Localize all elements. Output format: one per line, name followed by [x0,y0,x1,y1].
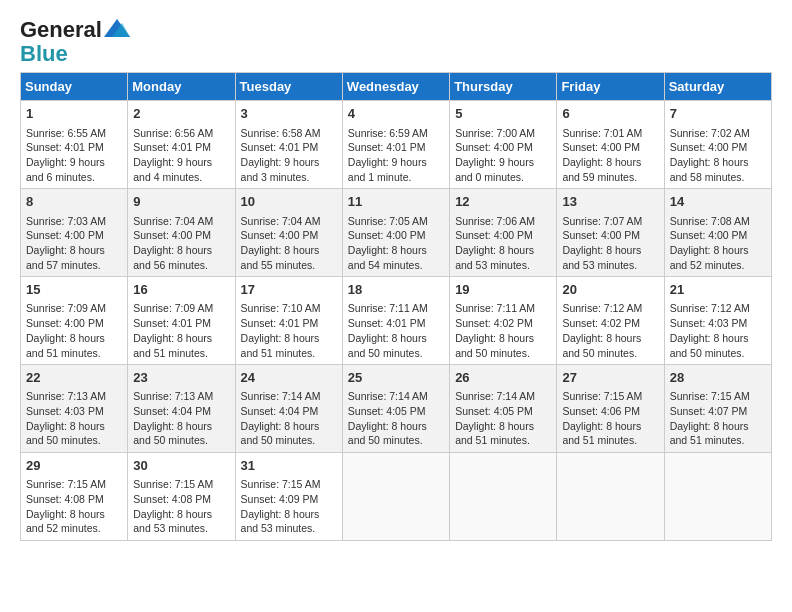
day-detail: and 57 minutes. [26,258,122,273]
logo-blue: Blue [20,42,68,66]
day-number: 6 [562,105,658,123]
day-detail: Sunset: 4:08 PM [26,492,122,507]
calendar-cell: 25Sunrise: 7:14 AMSunset: 4:05 PMDayligh… [342,365,449,453]
day-detail: Sunrise: 7:14 AM [348,389,444,404]
calendar-cell: 1Sunrise: 6:55 AMSunset: 4:01 PMDaylight… [21,101,128,189]
day-detail: Sunset: 4:00 PM [670,228,766,243]
week-row-5: 29Sunrise: 7:15 AMSunset: 4:08 PMDayligh… [21,453,772,541]
day-detail: and 50 minutes. [562,346,658,361]
day-number: 5 [455,105,551,123]
calendar-cell: 10Sunrise: 7:04 AMSunset: 4:00 PMDayligh… [235,189,342,277]
weekday-header-tuesday: Tuesday [235,73,342,101]
calendar-cell: 27Sunrise: 7:15 AMSunset: 4:06 PMDayligh… [557,365,664,453]
header: General Blue [20,18,772,66]
day-detail: and 51 minutes. [133,346,229,361]
calendar-cell: 23Sunrise: 7:13 AMSunset: 4:04 PMDayligh… [128,365,235,453]
week-row-4: 22Sunrise: 7:13 AMSunset: 4:03 PMDayligh… [21,365,772,453]
day-detail: Sunset: 4:02 PM [455,316,551,331]
calendar-cell: 11Sunrise: 7:05 AMSunset: 4:00 PMDayligh… [342,189,449,277]
calendar-cell: 9Sunrise: 7:04 AMSunset: 4:00 PMDaylight… [128,189,235,277]
day-detail: Sunset: 4:00 PM [455,228,551,243]
day-detail: and 59 minutes. [562,170,658,185]
week-row-1: 1Sunrise: 6:55 AMSunset: 4:01 PMDaylight… [21,101,772,189]
day-detail: Sunset: 4:07 PM [670,404,766,419]
calendar-cell: 7Sunrise: 7:02 AMSunset: 4:00 PMDaylight… [664,101,771,189]
day-number: 8 [26,193,122,211]
calendar-cell [664,453,771,541]
day-detail: Sunset: 4:00 PM [455,140,551,155]
calendar-cell: 20Sunrise: 7:12 AMSunset: 4:02 PMDayligh… [557,277,664,365]
day-number: 21 [670,281,766,299]
day-detail: Sunrise: 7:01 AM [562,126,658,141]
day-detail: Daylight: 8 hours [26,331,122,346]
day-detail: Daylight: 8 hours [670,331,766,346]
day-detail: Sunset: 4:08 PM [133,492,229,507]
day-detail: Daylight: 8 hours [670,243,766,258]
calendar-cell: 12Sunrise: 7:06 AMSunset: 4:00 PMDayligh… [450,189,557,277]
day-detail: Sunrise: 7:08 AM [670,214,766,229]
day-detail: Sunset: 4:00 PM [348,228,444,243]
day-detail: Sunrise: 6:56 AM [133,126,229,141]
day-detail: Sunrise: 7:15 AM [241,477,337,492]
day-detail: and 52 minutes. [670,258,766,273]
day-detail: Sunrise: 7:05 AM [348,214,444,229]
day-detail: Sunrise: 7:09 AM [26,301,122,316]
day-detail: Daylight: 8 hours [562,243,658,258]
day-detail: Sunrise: 7:13 AM [133,389,229,404]
day-detail: Daylight: 9 hours [133,155,229,170]
day-detail: Sunrise: 6:55 AM [26,126,122,141]
day-detail: Daylight: 8 hours [455,331,551,346]
day-number: 18 [348,281,444,299]
day-number: 22 [26,369,122,387]
day-detail: Daylight: 8 hours [241,507,337,522]
day-detail: and 52 minutes. [26,521,122,536]
day-detail: Sunset: 4:00 PM [26,316,122,331]
day-detail: Daylight: 8 hours [562,419,658,434]
day-detail: Sunrise: 7:15 AM [670,389,766,404]
calendar-cell: 26Sunrise: 7:14 AMSunset: 4:05 PMDayligh… [450,365,557,453]
day-detail: Sunset: 4:01 PM [241,316,337,331]
weekday-header-friday: Friday [557,73,664,101]
day-detail: and 50 minutes. [348,346,444,361]
day-detail: Daylight: 8 hours [26,507,122,522]
calendar-cell: 18Sunrise: 7:11 AMSunset: 4:01 PMDayligh… [342,277,449,365]
calendar-cell: 13Sunrise: 7:07 AMSunset: 4:00 PMDayligh… [557,189,664,277]
day-detail: and 50 minutes. [348,433,444,448]
day-detail: and 0 minutes. [455,170,551,185]
day-detail: Daylight: 8 hours [133,419,229,434]
day-number: 31 [241,457,337,475]
day-detail: Sunrise: 7:10 AM [241,301,337,316]
day-detail: Sunrise: 7:12 AM [562,301,658,316]
calendar-cell: 2Sunrise: 6:56 AMSunset: 4:01 PMDaylight… [128,101,235,189]
day-detail: Sunrise: 6:59 AM [348,126,444,141]
day-detail: and 55 minutes. [241,258,337,273]
day-detail: Daylight: 8 hours [348,243,444,258]
calendar-cell: 19Sunrise: 7:11 AMSunset: 4:02 PMDayligh… [450,277,557,365]
day-detail: Daylight: 8 hours [241,243,337,258]
day-detail: and 3 minutes. [241,170,337,185]
day-detail: Daylight: 8 hours [670,419,766,434]
day-number: 26 [455,369,551,387]
calendar-cell: 8Sunrise: 7:03 AMSunset: 4:00 PMDaylight… [21,189,128,277]
day-detail: Sunrise: 7:15 AM [562,389,658,404]
day-detail: and 53 minutes. [455,258,551,273]
day-detail: Sunrise: 7:12 AM [670,301,766,316]
calendar-cell: 15Sunrise: 7:09 AMSunset: 4:00 PMDayligh… [21,277,128,365]
day-number: 30 [133,457,229,475]
day-number: 4 [348,105,444,123]
calendar-cell [557,453,664,541]
day-detail: Sunset: 4:09 PM [241,492,337,507]
day-detail: Daylight: 9 hours [26,155,122,170]
day-detail: Sunset: 4:05 PM [455,404,551,419]
day-detail: Daylight: 8 hours [455,419,551,434]
day-detail: and 50 minutes. [133,433,229,448]
day-detail: Daylight: 8 hours [455,243,551,258]
day-detail: Sunset: 4:01 PM [133,140,229,155]
day-detail: Daylight: 8 hours [26,243,122,258]
day-detail: Sunset: 4:01 PM [241,140,337,155]
day-number: 13 [562,193,658,211]
day-detail: and 51 minutes. [455,433,551,448]
day-detail: Daylight: 8 hours [241,419,337,434]
day-detail: Sunset: 4:03 PM [670,316,766,331]
weekday-header-thursday: Thursday [450,73,557,101]
